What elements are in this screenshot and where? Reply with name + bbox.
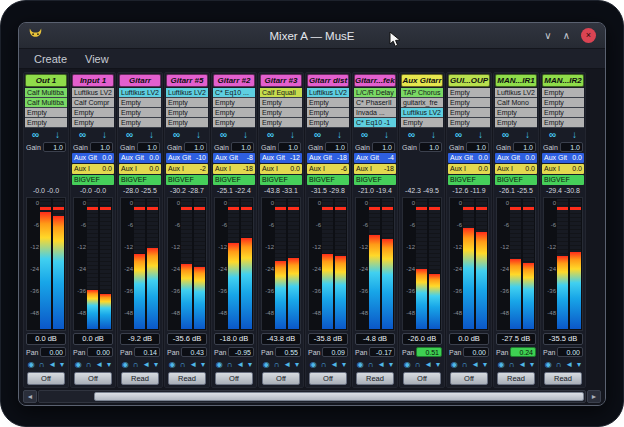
fx-slot[interactable]: TAP Chorus	[401, 88, 443, 98]
fader-db-readout[interactable]: 0.0 dB	[449, 333, 489, 345]
solo-icon[interactable]: ∩	[227, 359, 233, 371]
record-icon[interactable]: ◉	[451, 359, 458, 371]
route-down-icon[interactable]: ↓	[243, 129, 248, 140]
fx-slot[interactable]: Empty	[401, 118, 443, 128]
fx-slot[interactable]: Empty	[25, 118, 67, 128]
gain-value[interactable]: 1.0	[419, 142, 442, 152]
mute-icon[interactable]: ◄	[283, 359, 291, 371]
fx-slot[interactable]: Calf Multiba	[25, 98, 67, 108]
mute-icon[interactable]: ◄	[565, 359, 573, 371]
record-icon[interactable]: ◉	[169, 359, 176, 371]
monitor-icon[interactable]: ▾	[154, 359, 158, 371]
menu-create[interactable]: Create	[27, 52, 74, 66]
stereo-link-icon[interactable]: ∞	[361, 129, 368, 140]
route-down-icon[interactable]: ↓	[572, 129, 577, 140]
pan-value[interactable]: 0.24	[510, 347, 536, 357]
fx-slot[interactable]: Empty	[166, 108, 208, 118]
pan-value[interactable]: 0.51	[416, 347, 442, 357]
route-down-icon[interactable]: ↓	[337, 129, 342, 140]
fx-slot[interactable]: Empty	[307, 108, 349, 118]
fx-slot[interactable]: Empty	[25, 108, 67, 118]
track-name-button[interactable]: Gitarr #5	[166, 74, 208, 87]
aux-send[interactable]: Aux I0.0	[448, 164, 490, 174]
aux-send[interactable]: BIGVEF	[72, 175, 114, 185]
mute-icon[interactable]: ◄	[330, 359, 338, 371]
fx-slot[interactable]: Luftikus LV2	[166, 88, 208, 98]
gain-value[interactable]: 1.0	[325, 142, 348, 152]
record-icon[interactable]: ◉	[216, 359, 223, 371]
fx-slot[interactable]: Empty	[72, 108, 114, 118]
route-down-icon[interactable]: ↓	[196, 129, 201, 140]
aux-send[interactable]: Aux I-6	[307, 164, 349, 174]
stereo-link-icon[interactable]: ∞	[314, 129, 321, 140]
track-name-button[interactable]: Input 1	[72, 74, 114, 87]
automation-mode-button[interactable]: Off	[403, 372, 441, 385]
track-name-button[interactable]: Gitarr #3	[260, 74, 302, 87]
fx-slot[interactable]: Luftikus LV2	[72, 88, 114, 98]
solo-icon[interactable]: ∩	[39, 359, 45, 371]
pan-value[interactable]: 0.14	[134, 347, 160, 357]
aux-send[interactable]: Aux I-2	[166, 164, 208, 174]
record-icon[interactable]: ◉	[310, 359, 317, 371]
fader-db-readout[interactable]: 0.0 dB	[26, 333, 66, 345]
fader-db-readout[interactable]: -35.8 dB	[308, 333, 348, 345]
fader-db-readout[interactable]: 0.0 dB	[73, 333, 113, 345]
aux-send[interactable]: BIGVEF	[354, 175, 396, 185]
horizontal-scrollbar[interactable]: ◄ ►	[23, 390, 601, 403]
solo-icon[interactable]: ∩	[321, 359, 327, 371]
stereo-link-icon[interactable]: ∞	[408, 129, 415, 140]
aux-send[interactable]: Aux I0.0	[72, 164, 114, 174]
mute-icon[interactable]: ◄	[236, 359, 244, 371]
minimize-icon[interactable]: ∨	[544, 28, 551, 43]
pan-value[interactable]: -0.17	[369, 347, 395, 357]
record-icon[interactable]: ◉	[545, 359, 552, 371]
record-icon[interactable]: ◉	[498, 359, 505, 371]
aux-send[interactable]: Aux Git0.0	[119, 153, 161, 163]
fx-slot[interactable]: Calf Compr	[72, 98, 114, 108]
fx-slot[interactable]: Empty	[213, 108, 255, 118]
solo-icon[interactable]: ∩	[133, 359, 139, 371]
close-icon[interactable]: ×	[581, 28, 596, 43]
aux-send[interactable]: Aux Git0.0	[495, 153, 537, 163]
solo-icon[interactable]: ∩	[415, 359, 421, 371]
fx-slot[interactable]: guitarix_fre	[401, 98, 443, 108]
aux-send[interactable]: Aux I0.0	[542, 164, 584, 174]
fx-slot[interactable]: Empty	[495, 108, 537, 118]
fx-slot[interactable]: Empty	[119, 108, 161, 118]
automation-mode-button[interactable]: Off	[215, 372, 253, 385]
fx-slot[interactable]: Empty	[166, 118, 208, 128]
monitor-icon[interactable]: ▾	[577, 359, 581, 371]
solo-icon[interactable]: ∩	[274, 359, 280, 371]
stereo-link-icon[interactable]: ∞	[79, 129, 86, 140]
route-down-icon[interactable]: ↓	[384, 129, 389, 140]
aux-send[interactable]: BIGVEF	[542, 175, 584, 185]
aux-send[interactable]: BIGVEF	[260, 175, 302, 185]
automation-mode-button[interactable]: Read	[168, 372, 206, 385]
solo-icon[interactable]: ∩	[180, 359, 186, 371]
solo-icon[interactable]: ∩	[509, 359, 515, 371]
stereo-link-icon[interactable]: ∞	[502, 129, 509, 140]
track-name-button[interactable]: MAN...IR2	[542, 74, 584, 87]
monitor-icon[interactable]: ▾	[342, 359, 346, 371]
track-name-button[interactable]: MAN...IR1	[495, 74, 537, 87]
automation-mode-button[interactable]: Off	[74, 372, 112, 385]
scroll-right-icon[interactable]: ►	[587, 390, 601, 403]
fx-slot[interactable]: Invada ...	[354, 108, 396, 118]
fx-slot[interactable]: Empty	[448, 88, 490, 98]
scrollbar-thumb[interactable]	[94, 392, 584, 401]
fader-db-readout[interactable]: -26.0 dB	[402, 333, 442, 345]
record-icon[interactable]: ◉	[263, 359, 270, 371]
automation-mode-button[interactable]: Off	[27, 372, 65, 385]
route-down-icon[interactable]: ↓	[55, 129, 60, 140]
fx-slot[interactable]: Empty	[260, 98, 302, 108]
maximize-icon[interactable]: ∧	[563, 28, 570, 43]
stereo-link-icon[interactable]: ∞	[126, 129, 133, 140]
pan-value[interactable]: 0.00	[557, 347, 583, 357]
scrollbar-track[interactable]	[38, 390, 586, 403]
fader-db-readout[interactable]: -35.5 dB	[543, 333, 583, 345]
monitor-icon[interactable]: ▾	[60, 359, 64, 371]
record-icon[interactable]: ◉	[404, 359, 411, 371]
record-icon[interactable]: ◉	[122, 359, 129, 371]
aux-send[interactable]: BIGVEF	[213, 175, 255, 185]
fx-slot[interactable]: Calf Multiba	[25, 88, 67, 98]
